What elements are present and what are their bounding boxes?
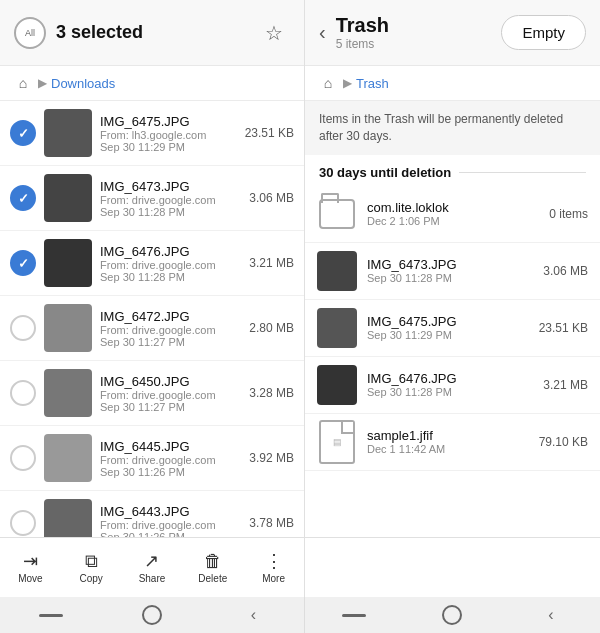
trash-item-size: 79.10 KB <box>539 435 588 449</box>
nav-bar-icon-right <box>342 614 366 617</box>
right-home-icon[interactable]: ⌂ <box>317 72 339 94</box>
toolbar-move-label: Move <box>18 573 42 584</box>
nav-back-left[interactable]: ‹ <box>233 600 273 630</box>
file-info: IMG_6475.JPG From: lh3.google.com Sep 30… <box>100 114 237 153</box>
folder-icon <box>317 194 357 234</box>
nav-left: ‹ <box>0 597 305 633</box>
file-source: From: drive.google.com <box>100 194 241 206</box>
breadcrumb-separator: ▶ <box>38 76 47 90</box>
trash-list-item[interactable]: IMG_6473.JPG Sep 30 11:28 PM 3.06 MB <box>305 243 600 300</box>
file-checkbox[interactable] <box>10 445 36 471</box>
trash-item-info: com.lite.loklok Dec 2 1:06 PM <box>367 200 539 227</box>
file-list-item[interactable]: IMG_6472.JPG From: drive.google.com Sep … <box>0 296 304 361</box>
file-list: IMG_6475.JPG From: lh3.google.com Sep 30… <box>0 101 304 537</box>
more-icon: ⋮ <box>265 552 283 570</box>
all-label: All <box>25 28 35 38</box>
file-list-item[interactable]: IMG_6445.JPG From: drive.google.com Sep … <box>0 426 304 491</box>
file-list-item[interactable]: IMG_6475.JPG From: lh3.google.com Sep 30… <box>0 101 304 166</box>
trash-list-item[interactable]: IMG_6476.JPG Sep 30 11:28 PM 3.21 MB <box>305 357 600 414</box>
copy-icon: ⧉ <box>85 552 98 570</box>
trash-item-info: sample1.jfif Dec 1 11:42 AM <box>367 428 529 455</box>
file-list-item[interactable]: IMG_6450.JPG From: drive.google.com Sep … <box>0 361 304 426</box>
breadcrumb-downloads[interactable]: Downloads <box>51 76 115 91</box>
bottom-nav: ‹ ‹ <box>0 597 600 633</box>
trash-title-group: Trash 5 items <box>336 14 492 51</box>
nav-circle-icon-right <box>442 605 462 625</box>
star-button[interactable]: ☆ <box>258 17 290 49</box>
file-info: IMG_6472.JPG From: drive.google.com Sep … <box>100 309 241 348</box>
file-info: IMG_6473.JPG From: drive.google.com Sep … <box>100 179 241 218</box>
trash-item-size: 0 items <box>549 207 588 221</box>
trash-item-info: IMG_6476.JPG Sep 30 11:28 PM <box>367 371 533 398</box>
file-source: From: drive.google.com <box>100 454 241 466</box>
toolbar-right-empty <box>305 538 600 597</box>
file-thumbnail <box>44 434 92 482</box>
nav-back-right[interactable]: ‹ <box>531 600 571 630</box>
file-thumbnail <box>44 174 92 222</box>
file-size: 3.78 MB <box>249 516 294 530</box>
file-size: 23.51 KB <box>245 126 294 140</box>
toolbar-more-button[interactable]: ⋮ More <box>243 538 304 597</box>
file-checkbox[interactable] <box>10 380 36 406</box>
file-list-item[interactable]: IMG_6476.JPG From: drive.google.com Sep … <box>0 231 304 296</box>
toolbar-copy-button[interactable]: ⧉ Copy <box>61 538 122 597</box>
right-breadcrumb: ⌂ ▶ Trash <box>305 66 600 101</box>
breadcrumb-trash[interactable]: Trash <box>356 76 389 91</box>
file-checkbox[interactable] <box>10 510 36 536</box>
file-size: 3.21 MB <box>249 256 294 270</box>
toolbar-delete-button[interactable]: 🗑 Delete <box>182 538 243 597</box>
trash-item-name: sample1.jfif <box>367 428 529 443</box>
move-icon: ⇥ <box>23 552 38 570</box>
nav-home-circle-right[interactable] <box>432 600 472 630</box>
folder-outline <box>319 199 355 229</box>
file-checkbox[interactable] <box>10 315 36 341</box>
file-thumbnail <box>44 369 92 417</box>
file-date: Sep 30 11:26 PM <box>100 466 241 478</box>
file-info: IMG_6445.JPG From: drive.google.com Sep … <box>100 439 241 478</box>
trash-list-item[interactable]: com.lite.loklok Dec 2 1:06 PM 0 items <box>305 186 600 243</box>
file-source: From: drive.google.com <box>100 324 241 336</box>
file-info: IMG_6450.JPG From: drive.google.com Sep … <box>100 374 241 413</box>
toolbar-copy-label: Copy <box>80 573 103 584</box>
left-header: All 3 selected ☆ <box>0 0 304 66</box>
file-name: IMG_6472.JPG <box>100 309 241 324</box>
file-checkbox[interactable] <box>10 120 36 146</box>
trash-list-item[interactable]: ▤ sample1.jfif Dec 1 11:42 AM 79.10 KB <box>305 414 600 471</box>
file-list-item[interactable]: IMG_6443.JPG From: drive.google.com Sep … <box>0 491 304 537</box>
nav-bars-left[interactable] <box>31 600 71 630</box>
file-checkbox[interactable] <box>10 185 36 211</box>
trash-item-date: Dec 2 1:06 PM <box>367 215 539 227</box>
toolbar-delete-label: Delete <box>198 573 227 584</box>
file-name: IMG_6445.JPG <box>100 439 241 454</box>
empty-button[interactable]: Empty <box>501 15 586 50</box>
trash-list-item[interactable]: IMG_6475.JPG Sep 30 11:29 PM 23.51 KB <box>305 300 600 357</box>
nav-bars-right[interactable] <box>334 600 374 630</box>
trash-item-date: Sep 30 11:28 PM <box>367 272 533 284</box>
all-select-button[interactable]: All <box>14 17 46 49</box>
trash-thumbnail <box>317 365 357 405</box>
info-banner: Items in the Trash will be permanently d… <box>305 101 600 155</box>
file-list-item[interactable]: IMG_6473.JPG From: drive.google.com Sep … <box>0 166 304 231</box>
right-header: ‹ Trash 5 items Empty <box>305 0 600 66</box>
nav-circle-icon <box>142 605 162 625</box>
file-source: From: drive.google.com <box>100 259 241 271</box>
trash-item-info: IMG_6473.JPG Sep 30 11:28 PM <box>367 257 533 284</box>
back-button[interactable]: ‹ <box>319 21 326 44</box>
file-source: From: drive.google.com <box>100 389 241 401</box>
nav-chevron-icon: ‹ <box>251 606 256 624</box>
trash-item-size: 3.06 MB <box>543 264 588 278</box>
file-date: Sep 30 11:28 PM <box>100 271 241 283</box>
toolbar-move-button[interactable]: ⇥ Move <box>0 538 61 597</box>
trash-title: Trash <box>336 14 492 37</box>
toolbar-left: ⇥ Move ⧉ Copy ↗ Share 🗑 Delete ⋮ More <box>0 538 305 597</box>
file-checkbox[interactable] <box>10 250 36 276</box>
home-icon[interactable]: ⌂ <box>12 72 34 94</box>
toolbar-share-button[interactable]: ↗ Share <box>122 538 183 597</box>
nav-home-circle-left[interactable] <box>132 600 172 630</box>
nav-right: ‹ <box>305 597 600 633</box>
trash-item-size: 23.51 KB <box>539 321 588 335</box>
right-panel: ‹ Trash 5 items Empty ⌂ ▶ Trash Items in… <box>305 0 600 537</box>
file-name: IMG_6473.JPG <box>100 179 241 194</box>
file-thumbnail <box>44 239 92 287</box>
trash-item-size: 3.21 MB <box>543 378 588 392</box>
